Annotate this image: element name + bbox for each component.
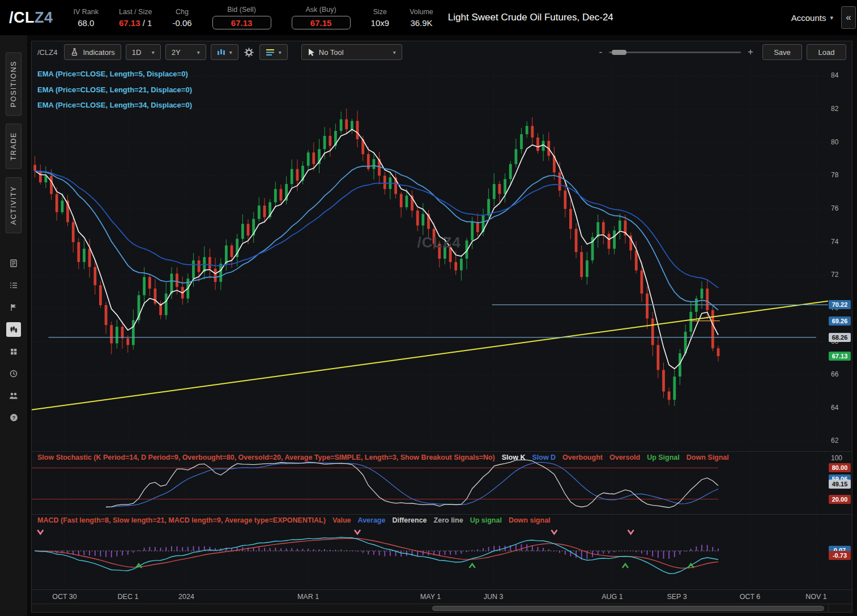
size-label: Size (373, 8, 387, 16)
price-axis-bubble: 68.26 (829, 333, 851, 342)
chevron-down-icon: ▾ (229, 49, 232, 55)
active-tool-dropdown[interactable]: No Tool ▾ (301, 44, 402, 60)
zoom-in-button[interactable]: + (748, 46, 753, 58)
last-size-value: / 1 (140, 18, 152, 28)
time-axis-label: DEC 1 (118, 593, 139, 601)
people-icon[interactable] (6, 388, 21, 403)
volume-label: Volume (410, 8, 433, 16)
zoom-slider[interactable] (609, 52, 741, 53)
timeframe-dropdown[interactable]: 1D ▾ (126, 44, 161, 60)
left-sidebar: POSITIONS TRADE ACTIVITY (0, 35, 27, 616)
accounts-dropdown[interactable]: Accounts ▾ (791, 13, 833, 23)
iv-rank-value: 68.0 (78, 18, 94, 28)
price-axis-label: 84 (831, 71, 838, 79)
symbol-contract-code: Z4 (35, 9, 53, 26)
price-axis-label: 80 (831, 138, 838, 146)
sidebar-tab-activity[interactable]: ACTIVITY (6, 177, 22, 233)
save-button[interactable]: Save (762, 44, 802, 60)
zoom-slider-thumb[interactable] (612, 50, 626, 55)
price-axis-label: 76 (831, 204, 838, 212)
help-icon[interactable]: ? (6, 410, 21, 425)
change-field: Chg -0.06 (172, 8, 191, 28)
scrollbar-thumb[interactable] (432, 606, 824, 611)
range-value: 2Y (172, 48, 181, 57)
change-value: -0.06 (172, 18, 191, 28)
indicators-button[interactable]: Indicators (64, 44, 121, 60)
drawing-set-dropdown[interactable]: ▾ (259, 44, 288, 60)
zoom-control: - + (599, 46, 753, 58)
macd-canvas[interactable] (32, 515, 828, 589)
chart-settings-gear[interactable] (243, 44, 255, 60)
candlestick-style-icon (217, 48, 225, 56)
last-size-field: Last / Size 67.13 / 1 (119, 8, 152, 28)
time-axis-label: MAR 1 (297, 593, 319, 601)
svg-text:?: ? (12, 414, 15, 421)
chart-icon[interactable] (6, 322, 21, 337)
chevron-down-icon: ▾ (393, 49, 396, 55)
price-axis-bubble: 70.22 (829, 300, 851, 309)
time-axis-label: AUG 1 (602, 593, 623, 601)
range-dropdown[interactable]: 2Y ▾ (165, 44, 206, 60)
change-label: Chg (176, 8, 189, 16)
sidebar-tab-positions[interactable]: POSITIONS (6, 52, 22, 116)
cursor-icon (308, 48, 315, 57)
size-value: 10x9 (371, 18, 390, 28)
stochastic-axis: 10080.0059.0649.1520.00 (828, 452, 852, 514)
gear-icon (244, 48, 254, 57)
time-axis: OCT 30DEC 12024MAR 1MAY 1JUN 3AUG 1SEP 3… (32, 590, 852, 604)
chart-scrollbar[interactable] (32, 604, 852, 613)
active-tool-value: No Tool (319, 48, 344, 57)
load-button[interactable]: Load (807, 44, 846, 60)
chevron-down-icon: ▾ (197, 49, 200, 55)
time-axis-label: OCT 30 (52, 593, 77, 601)
chart-symbol-label: /CLZ4 (37, 48, 57, 57)
timeframe-value: 1D (132, 48, 142, 57)
price-panel[interactable]: /CLZ4 EMA (Price=CLOSE, Length=5, Displa… (32, 63, 852, 452)
accounts-label: Accounts (791, 13, 826, 23)
ema-5-label[interactable]: EMA (Price=CLOSE, Length=5, Displace=0) (37, 66, 192, 82)
sidebar-gadget-icons: ? (6, 256, 21, 425)
stochastic-panel[interactable]: Slow Stochastic (K Period=14, D Period=9… (32, 452, 852, 515)
ema-study-labels: EMA (Price=CLOSE, Length=5, Displace=0) … (37, 66, 192, 113)
clock-icon[interactable] (6, 366, 21, 381)
stoch-axis-bubble: 80.00 (829, 463, 851, 472)
ledger-icon[interactable] (6, 256, 21, 271)
price-axis-label: 82 (831, 105, 838, 113)
last-price-value: 67.13 (119, 18, 140, 28)
chart-module: /CLZ4 Indicators 1D ▾ 2Y ▾ ▾ (27, 35, 857, 616)
zoom-out-button[interactable]: - (599, 46, 602, 58)
price-axis-label: 64 (831, 404, 838, 412)
indicators-label: Indicators (83, 48, 114, 57)
price-axis-label: 66 (831, 370, 838, 378)
price-axis-bubble: 69.26 (829, 316, 851, 326)
ask-buy-button[interactable]: 67.15 (292, 16, 351, 29)
ask-label: Ask (Buy) (306, 6, 336, 14)
watchlist-icon[interactable] (6, 278, 21, 293)
price-axis: 84828078767472706866646270.2269.2668.266… (828, 63, 852, 451)
symbol-root: /CL (9, 9, 35, 26)
drawing-set-icon (266, 48, 275, 56)
macd-axis: 0.07-0.73 (828, 515, 852, 589)
stoch-axis-bubble: 20.00 (829, 495, 851, 504)
chevron-down-icon: ▾ (830, 14, 833, 22)
collapse-panel-button[interactable]: « (841, 6, 856, 29)
ema-21-label[interactable]: EMA (Price=CLOSE, Length=21, Displace=0) (37, 82, 192, 98)
time-axis-label: SEP 3 (667, 593, 687, 601)
chart-style-dropdown[interactable]: ▾ (211, 44, 238, 60)
grid-icon[interactable] (6, 344, 21, 359)
ema-34-label[interactable]: EMA (Price=CLOSE, Length=34, Displace=0) (37, 97, 192, 113)
flag-icon[interactable] (6, 300, 21, 315)
chevron-down-icon: ▾ (152, 49, 155, 55)
price-chart-canvas[interactable] (32, 63, 828, 451)
bid-sell-button[interactable]: 67.13 (212, 16, 271, 29)
macd-panel[interactable]: MACD (Fast length=8, Slow length=21, MAC… (32, 515, 852, 590)
quote-header: /CLZ4 IV Rank 68.0 Last / Size 67.13 / 1… (0, 0, 857, 35)
price-axis-bubble: 67.13 (829, 352, 851, 361)
stochastic-canvas[interactable] (32, 452, 828, 514)
price-axis-label: 62 (831, 437, 838, 444)
price-axis-label: 78 (831, 171, 838, 179)
sidebar-tab-trade[interactable]: TRADE (6, 123, 22, 169)
symbol-display: /CLZ4 (9, 9, 53, 27)
ask-field: Ask (Buy) 67.15 (292, 6, 351, 29)
macd-axis-bubble: -0.73 (829, 551, 851, 560)
